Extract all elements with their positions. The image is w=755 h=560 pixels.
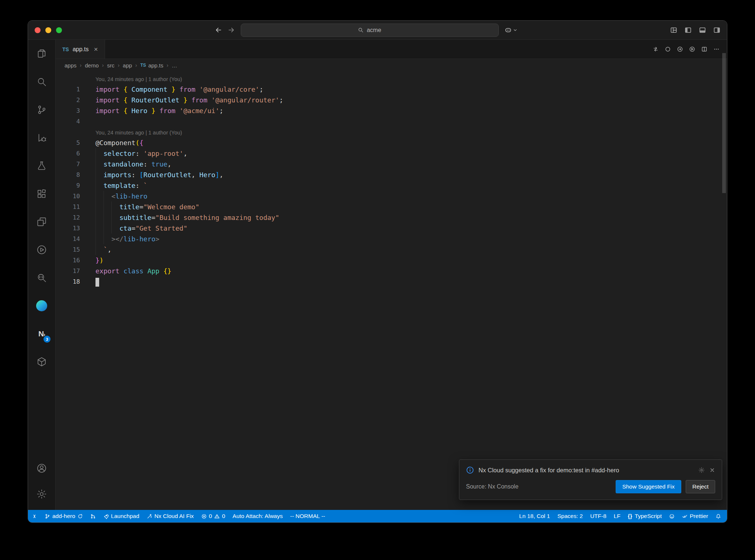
code-editor[interactable]: You, 24 minutes ago | 1 author (You)1imp… — [56, 71, 727, 510]
panel-bottom-icon[interactable] — [699, 27, 706, 34]
code-line-15[interactable]: 15`, — [56, 244, 727, 255]
activity-extensions-icon[interactable] — [28, 180, 55, 208]
activity-code-search-icon[interactable] — [28, 264, 55, 292]
code-line-5[interactable]: 5@Component({ — [56, 137, 727, 148]
activity-explorer-icon[interactable] — [28, 40, 55, 68]
status-vim-mode[interactable]: -- NORMAL -- — [286, 510, 329, 522]
panel-left-icon[interactable] — [685, 27, 692, 34]
show-suggested-fix-button[interactable]: Show Suggested Fix — [616, 480, 681, 493]
code-line-8[interactable]: 8imports: [RouterOutlet, Hero], — [56, 169, 727, 180]
tab-app-ts[interactable]: TS app.ts × — [56, 40, 105, 59]
command-center-search[interactable]: acme — [241, 24, 499, 37]
copilot-menu[interactable] — [505, 27, 518, 34]
zoom-window-button[interactable] — [56, 27, 62, 33]
close-window-button[interactable] — [35, 27, 41, 33]
code-line-12[interactable]: 12subtitle="Build something amazing toda… — [56, 212, 727, 223]
code-line-7[interactable]: 7standalone: true, — [56, 159, 727, 169]
code-line-2[interactable]: 2import { RouterOutlet } from '@angular/… — [56, 95, 727, 105]
vscode-window: acme N›3 TS app.ts × apps›demo›src›app›T… — [28, 20, 727, 523]
code-line-3[interactable]: 3import { Hero } from '@acme/ui'; — [56, 105, 727, 116]
search-icon — [358, 27, 363, 33]
activity-cube-icon[interactable] — [28, 348, 55, 376]
activity-settings-gear-icon[interactable] — [28, 481, 55, 507]
activity-run-debug-icon[interactable] — [28, 124, 55, 152]
minimize-window-button[interactable] — [45, 27, 51, 33]
activity-run-circle-icon[interactable] — [28, 236, 55, 264]
code-line-6[interactable]: 6selector: 'app-root', — [56, 148, 727, 159]
code-line-9[interactable]: 9template: ` — [56, 180, 727, 191]
code-line-1[interactable]: 1import { Component } from '@angular/cor… — [56, 84, 727, 95]
typescript-file-icon: TS — [140, 63, 146, 68]
code-line-11[interactable]: 11title="Welcmoe demo" — [56, 202, 727, 212]
status-language-mode[interactable]: {}TypeScript — [624, 510, 665, 522]
split-editor-icon[interactable] — [701, 46, 707, 52]
breadcrumb-separator: › — [102, 62, 104, 68]
status-feedback[interactable] — [665, 510, 678, 522]
status-nx-cloud-ai-fix[interactable]: Nx Cloud AI Fix — [143, 510, 198, 522]
branch-icon — [45, 514, 50, 519]
close-tab-icon[interactable]: × — [94, 45, 98, 53]
reject-button[interactable]: Reject — [686, 480, 715, 493]
breadcrumb-item[interactable]: demo — [85, 62, 99, 69]
goto-icon[interactable] — [677, 46, 683, 52]
activity-source-control-icon[interactable] — [28, 96, 55, 124]
chevron-down-icon — [513, 28, 518, 32]
line-number: 11 — [56, 202, 80, 212]
status-remote-indicator[interactable] — [28, 510, 41, 522]
status-auto-attach[interactable]: Auto Attach: Always — [229, 510, 286, 522]
remote-icon — [32, 514, 37, 519]
activity-edge-icon[interactable] — [28, 292, 55, 320]
status-label: TypeScript — [635, 513, 662, 519]
status-formatter[interactable]: Prettier — [678, 510, 712, 522]
status-branch[interactable]: add-hero — [41, 510, 87, 522]
forward-arrow-icon[interactable] — [228, 27, 235, 34]
status-eol[interactable]: LF — [610, 510, 624, 522]
line-number: 13 — [56, 223, 80, 234]
rocket-icon — [103, 514, 109, 519]
breadcrumb-item[interactable]: src — [107, 62, 114, 69]
status-encoding[interactable]: UTF-8 — [587, 510, 610, 522]
status-label: 0 — [209, 513, 212, 519]
activity-search-icon[interactable] — [28, 68, 55, 96]
breadcrumb-item[interactable]: … — [172, 62, 177, 69]
status-label: Nx Cloud AI Fix — [154, 513, 194, 519]
activity-testing-icon[interactable] — [28, 152, 55, 180]
activity-account-icon[interactable] — [28, 455, 55, 481]
code-line-13[interactable]: 13cta="Get Started" — [56, 223, 727, 234]
circle-icon[interactable] — [665, 46, 671, 52]
line-number: 16 — [56, 255, 80, 266]
windows-icon — [36, 216, 47, 227]
smiley-icon — [669, 514, 675, 519]
code-line-10[interactable]: 10<lib-hero — [56, 191, 727, 202]
activity-windows-icon[interactable] — [28, 208, 55, 236]
breadcrumb-item[interactable]: app — [123, 62, 132, 69]
notification-settings-icon[interactable] — [698, 467, 705, 473]
back-arrow-icon[interactable] — [215, 27, 222, 34]
code-line-14[interactable]: 14></lib-hero> — [56, 234, 727, 244]
breadcrumb-item[interactable]: apps — [65, 62, 77, 69]
search-icon — [36, 76, 47, 87]
scrollbar[interactable] — [722, 53, 726, 193]
status-indentation[interactable]: Spaces: 2 — [554, 510, 587, 522]
panel-right-icon[interactable] — [713, 27, 720, 34]
status-cursor-position[interactable]: Ln 18, Col 1 — [515, 510, 554, 522]
code-line-16[interactable]: 16}) — [56, 255, 727, 266]
code-line-4[interactable]: 4 — [56, 116, 727, 127]
status-commit-graph[interactable] — [87, 510, 100, 522]
code-line-17[interactable]: 17export class App {} — [56, 266, 727, 276]
code-line-18[interactable]: 18 — [56, 276, 727, 287]
status-problems[interactable]: 00 — [198, 510, 229, 522]
status-launchpad[interactable]: Launchpad — [100, 510, 143, 522]
status-notifications[interactable] — [712, 510, 725, 522]
status-label: LF — [614, 513, 620, 519]
more-actions-icon[interactable] — [713, 46, 720, 52]
activity-nx-icon[interactable]: N›3 — [28, 320, 55, 348]
customize-layout-icon[interactable] — [670, 27, 677, 34]
breadcrumb-item[interactable]: TSapp.ts — [140, 62, 163, 69]
line-number: 8 — [56, 169, 80, 180]
run-file-icon[interactable] — [689, 46, 695, 52]
window-controls — [35, 27, 62, 33]
activity-bar: N›3 — [28, 40, 56, 510]
open-changes-icon[interactable] — [653, 46, 659, 52]
close-notification-icon[interactable] — [709, 467, 715, 473]
